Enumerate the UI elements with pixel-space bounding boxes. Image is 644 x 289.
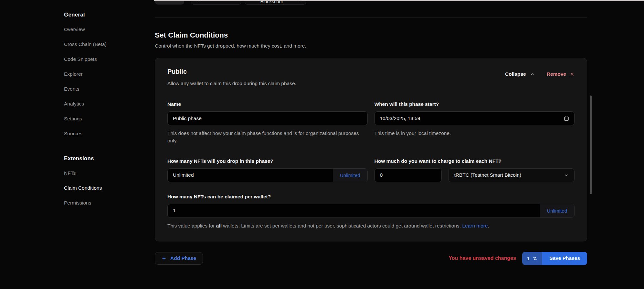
page-footer: Add Phase You have unsaved changes 1 Sav… [155, 252, 587, 265]
price-label: How much do you want to charge to claim … [375, 158, 575, 164]
remove-button[interactable]: Remove [547, 71, 575, 77]
add-phase-button[interactable]: Add Phase [155, 252, 203, 265]
per-wallet-helper-suffix: . [488, 223, 489, 228]
sidebar-item-settings[interactable]: Settings [64, 116, 145, 122]
phase-start-datetime-value: 10/03/2025, 13:59 [380, 116, 420, 121]
sidebar-item-overview[interactable]: Overview [64, 27, 145, 32]
phase-card-actions: Collapse Remove [505, 68, 575, 77]
phase-card: Public Allow any wallet to claim this dr… [155, 58, 587, 241]
name-field: Name This does not affect how your claim… [167, 101, 368, 145]
sidebar-item-events[interactable]: Events [64, 86, 145, 92]
queued-count-label: 1 [527, 256, 530, 261]
plus-icon [162, 256, 166, 261]
main-content: 0xeDc6...f96c9 Rootstock Blockscout Set … [155, 0, 644, 289]
sidebar-item-analytics[interactable]: Analytics [64, 101, 145, 107]
currency-select-value: tRBTC (Testnet Smart Bitcoin) [454, 172, 522, 178]
phase-name-input[interactable] [167, 111, 368, 125]
top-edge-strip [154, 0, 644, 1]
sidebar-section-general: General Overview Cross Chain (Beta) Code… [64, 12, 145, 137]
phase-start-datetime-input[interactable]: 10/03/2025, 13:59 [375, 111, 575, 125]
per-wallet-input-group: Unlimited [167, 204, 575, 218]
topbar-action-button[interactable] [155, 0, 184, 5]
currency-select[interactable]: tRBTC (Testnet Smart Bitcoin) [448, 168, 575, 182]
save-split-button: 1 Save Phases [522, 252, 587, 265]
save-phases-button[interactable]: Save Phases [542, 252, 587, 265]
supply-unlimited-button[interactable]: Unlimited [333, 169, 367, 182]
per-wallet-input[interactable] [168, 204, 540, 217]
per-wallet-unlimited-button[interactable]: Unlimited [540, 204, 574, 217]
per-wallet-field: How many NFTs can be claimed per wallet?… [167, 194, 575, 229]
supply-label: How many NFTs will you drop in this phas… [167, 158, 368, 164]
price-amount-input[interactable] [375, 168, 442, 182]
sidebar-item-cross-chain[interactable]: Cross Chain (Beta) [64, 41, 145, 47]
phase-card-title: Public [167, 68, 296, 75]
page-subtitle: Control when the NFTs get dropped, how m… [155, 43, 587, 49]
phase-card-header: Public Allow any wallet to claim this dr… [167, 68, 575, 86]
close-icon [570, 72, 575, 76]
page-layout: General Overview Cross Chain (Beta) Code… [0, 0, 644, 289]
sidebar-heading-extensions: Extensions [64, 155, 145, 162]
sidebar-item-permissions[interactable]: Permissions [64, 200, 145, 206]
start-time-helper: This time is in your local timezone. [375, 129, 575, 137]
per-wallet-helper-bold: all [216, 223, 222, 228]
sidebar-item-claim-conditions[interactable]: Claim Conditions [64, 185, 145, 191]
sidebar-section-extensions: Extensions NFTs Claim Conditions Permiss… [64, 155, 145, 206]
topbar-cutoff-row: 0xeDc6...f96c9 Rootstock Blockscout [155, 0, 587, 5]
price-row: tRBTC (Testnet Smart Bitcoin) [375, 168, 575, 182]
block-explorer-button[interactable]: Rootstock Blockscout [245, 0, 306, 5]
start-time-field: When will this phase start? 10/03/2025, … [375, 101, 575, 145]
supply-input[interactable] [168, 169, 333, 182]
per-wallet-helper-prefix: This value applies for [167, 223, 216, 228]
per-wallet-helper-middle: wallets. Limits are set per wallets and … [222, 223, 462, 228]
swap-arrows-icon [533, 256, 537, 261]
price-field: How much do you want to charge to claim … [375, 158, 575, 182]
sidebar-heading-general: General [64, 12, 145, 18]
sidebar-item-code-snippets[interactable]: Code Snippets [64, 56, 145, 62]
calendar-icon [564, 116, 569, 121]
page-title: Set Claim Conditions [155, 31, 587, 39]
phase-card-title-block: Public Allow any wallet to claim this dr… [167, 68, 296, 86]
start-time-label: When will this phase start? [375, 101, 575, 107]
footer-right-cluster: You have unsaved changes 1 Save Phases [449, 252, 587, 265]
supply-input-group: Unlimited [167, 168, 368, 182]
chevron-up-icon [530, 72, 534, 76]
remove-button-label: Remove [547, 71, 566, 77]
sidebar-item-sources[interactable]: Sources [64, 131, 145, 137]
queued-transactions-button[interactable]: 1 [522, 252, 542, 265]
add-phase-label: Add Phase [170, 255, 196, 261]
name-label: Name [167, 101, 368, 107]
sidebar: General Overview Cross Chain (Beta) Code… [0, 0, 155, 289]
name-helper: This does not affect how your claim phas… [167, 129, 368, 145]
learn-more-link[interactable]: Learn more [462, 223, 488, 228]
unsaved-changes-text: You have unsaved changes [449, 255, 516, 261]
collapse-button[interactable]: Collapse [505, 71, 534, 77]
per-wallet-label: How many NFTs can be claimed per wallet? [167, 194, 575, 200]
sidebar-item-nfts[interactable]: NFTs [64, 170, 145, 176]
scrollbar-thumb[interactable] [590, 95, 592, 194]
phase-form: Name This does not affect how your claim… [167, 101, 575, 229]
chevron-down-icon [564, 173, 568, 177]
per-wallet-helper: This value applies for all wallets. Limi… [167, 222, 575, 229]
supply-field: How many NFTs will you drop in this phas… [167, 158, 368, 182]
phase-card-description: Allow any wallet to claim this drop duri… [167, 81, 296, 86]
contract-address-button[interactable]: 0xeDc6...f96c9 [191, 0, 241, 5]
sidebar-item-explorer[interactable]: Explorer [64, 71, 145, 77]
collapse-button-label: Collapse [505, 71, 526, 77]
content-divider [155, 17, 587, 17]
